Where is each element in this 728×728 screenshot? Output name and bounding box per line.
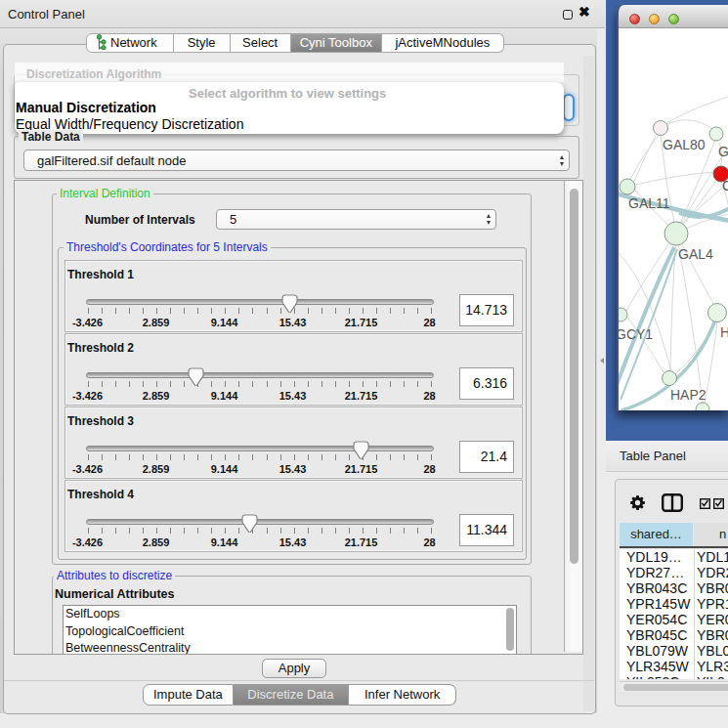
svg-text:G.: G. [718,144,728,159]
svg-text:C: C [722,178,728,193]
svg-text:H: H [720,324,728,340]
svg-text:GCY1: GCY1 [619,326,653,342]
svg-text:GAL11: GAL11 [628,195,670,211]
svg-text:GAL4: GAL4 [678,246,713,262]
svg-text:GAL80: GAL80 [663,137,706,152]
svg-text:HAP2: HAP2 [670,387,707,403]
